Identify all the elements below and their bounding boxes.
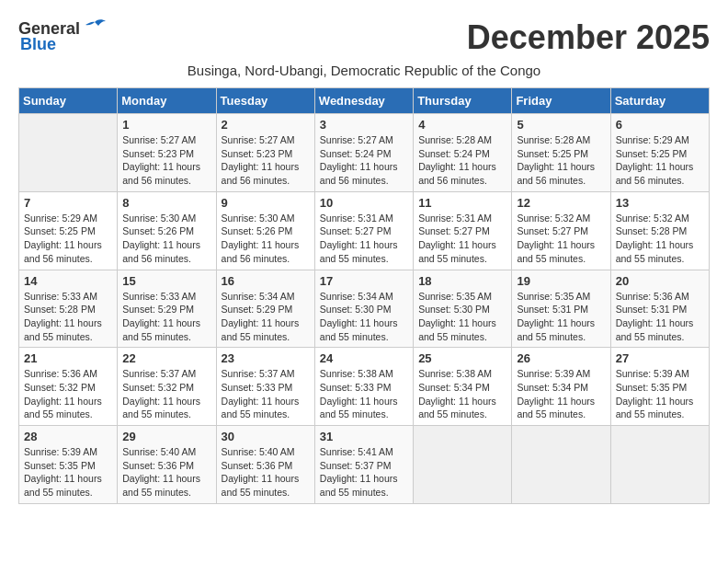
day-cell: 15Sunrise: 5:33 AMSunset: 5:29 PMDayligh… [118, 270, 216, 348]
day-info: Sunrise: 5:27 AMSunset: 5:23 PMDaylight:… [122, 133, 210, 188]
day-cell: 27Sunrise: 5:39 AMSunset: 5:35 PMDayligh… [610, 348, 709, 426]
column-header-friday: Friday [512, 88, 610, 114]
day-number: 6 [616, 118, 704, 132]
day-cell: 10Sunrise: 5:31 AMSunset: 5:27 PMDayligh… [314, 191, 413, 270]
day-number: 18 [418, 274, 506, 288]
day-cell: 29Sunrise: 5:40 AMSunset: 5:36 PMDayligh… [118, 426, 216, 504]
day-info: Sunrise: 5:39 AMSunset: 5:34 PMDaylight:… [517, 367, 605, 421]
day-cell: 31Sunrise: 5:41 AMSunset: 5:37 PMDayligh… [314, 426, 413, 504]
day-info: Sunrise: 5:38 AMSunset: 5:33 PMDaylight:… [320, 367, 408, 421]
day-number: 26 [517, 351, 605, 365]
day-number: 30 [222, 430, 310, 443]
day-number: 4 [418, 118, 506, 132]
day-cell: 12Sunrise: 5:32 AMSunset: 5:27 PMDayligh… [512, 191, 610, 270]
day-info: Sunrise: 5:37 AMSunset: 5:32 PMDaylight:… [122, 367, 210, 421]
week-row-1: 1Sunrise: 5:27 AMSunset: 5:23 PMDaylight… [19, 114, 710, 192]
day-number: 27 [616, 351, 704, 365]
day-info: Sunrise: 5:30 AMSunset: 5:26 PMDaylight:… [122, 212, 210, 266]
day-info: Sunrise: 5:38 AMSunset: 5:34 PMDaylight:… [418, 367, 506, 421]
day-info: Sunrise: 5:31 AMSunset: 5:27 PMDaylight:… [418, 212, 506, 266]
day-info: Sunrise: 5:29 AMSunset: 5:25 PMDaylight:… [24, 212, 112, 266]
day-number: 13 [616, 196, 704, 210]
day-info: Sunrise: 5:28 AMSunset: 5:25 PMDaylight:… [517, 133, 605, 188]
logo: General Blue [18, 18, 108, 54]
day-cell [414, 426, 512, 504]
column-header-saturday: Saturday [610, 88, 709, 114]
day-info: Sunrise: 5:34 AMSunset: 5:30 PMDaylight:… [320, 290, 408, 344]
day-number: 24 [320, 351, 408, 365]
day-number: 9 [222, 196, 310, 210]
day-number: 8 [122, 196, 210, 210]
day-cell: 25Sunrise: 5:38 AMSunset: 5:34 PMDayligh… [414, 348, 512, 426]
day-number: 31 [320, 430, 408, 443]
day-number: 10 [320, 196, 408, 210]
day-info: Sunrise: 5:30 AMSunset: 5:26 PMDaylight:… [222, 212, 310, 266]
day-cell: 30Sunrise: 5:40 AMSunset: 5:36 PMDayligh… [216, 426, 314, 504]
column-header-thursday: Thursday [414, 88, 512, 114]
column-header-sunday: Sunday [19, 88, 118, 114]
day-cell: 18Sunrise: 5:35 AMSunset: 5:30 PMDayligh… [414, 270, 512, 348]
day-info: Sunrise: 5:31 AMSunset: 5:27 PMDaylight:… [320, 212, 408, 266]
day-number: 12 [517, 196, 605, 210]
day-info: Sunrise: 5:33 AMSunset: 5:29 PMDaylight:… [122, 290, 210, 344]
day-info: Sunrise: 5:32 AMSunset: 5:28 PMDaylight:… [616, 212, 704, 266]
calendar-table: SundayMondayTuesdayWednesdayThursdayFrid… [18, 87, 710, 504]
day-info: Sunrise: 5:35 AMSunset: 5:30 PMDaylight:… [418, 290, 506, 344]
day-cell: 6Sunrise: 5:29 AMSunset: 5:25 PMDaylight… [610, 114, 709, 192]
day-info: Sunrise: 5:33 AMSunset: 5:28 PMDaylight:… [24, 290, 112, 344]
day-info: Sunrise: 5:27 AMSunset: 5:23 PMDaylight:… [222, 133, 310, 188]
day-cell: 1Sunrise: 5:27 AMSunset: 5:23 PMDaylight… [118, 114, 216, 192]
day-cell: 28Sunrise: 5:39 AMSunset: 5:35 PMDayligh… [19, 426, 118, 504]
week-row-3: 14Sunrise: 5:33 AMSunset: 5:28 PMDayligh… [19, 270, 710, 348]
day-cell: 26Sunrise: 5:39 AMSunset: 5:34 PMDayligh… [512, 348, 610, 426]
day-cell: 5Sunrise: 5:28 AMSunset: 5:25 PMDaylight… [512, 114, 610, 192]
day-number: 17 [320, 274, 408, 288]
day-number: 22 [122, 351, 210, 365]
day-cell: 20Sunrise: 5:36 AMSunset: 5:31 PMDayligh… [610, 270, 709, 348]
day-cell: 8Sunrise: 5:30 AMSunset: 5:26 PMDaylight… [118, 191, 216, 270]
column-header-wednesday: Wednesday [314, 88, 413, 114]
logo-bird-icon [82, 18, 108, 39]
week-row-5: 28Sunrise: 5:39 AMSunset: 5:35 PMDayligh… [19, 426, 710, 504]
day-number: 2 [222, 118, 310, 132]
day-number: 1 [122, 118, 210, 132]
week-row-2: 7Sunrise: 5:29 AMSunset: 5:25 PMDaylight… [19, 191, 710, 270]
day-info: Sunrise: 5:40 AMSunset: 5:36 PMDaylight:… [122, 445, 210, 500]
column-header-monday: Monday [118, 88, 216, 114]
day-number: 20 [616, 274, 704, 288]
day-info: Sunrise: 5:29 AMSunset: 5:25 PMDaylight:… [616, 133, 704, 188]
day-cell: 22Sunrise: 5:37 AMSunset: 5:32 PMDayligh… [118, 348, 216, 426]
day-cell: 9Sunrise: 5:30 AMSunset: 5:26 PMDaylight… [216, 191, 314, 270]
day-number: 5 [517, 118, 605, 132]
day-cell: 19Sunrise: 5:35 AMSunset: 5:31 PMDayligh… [512, 270, 610, 348]
subtitle: Businga, Nord-Ubangi, Democratic Republi… [18, 63, 710, 78]
header-row: SundayMondayTuesdayWednesdayThursdayFrid… [19, 88, 710, 114]
day-info: Sunrise: 5:36 AMSunset: 5:32 PMDaylight:… [24, 367, 112, 421]
month-title: December 2025 [467, 18, 710, 57]
day-cell: 4Sunrise: 5:28 AMSunset: 5:24 PMDaylight… [414, 114, 512, 192]
day-number: 15 [122, 274, 210, 288]
day-cell: 11Sunrise: 5:31 AMSunset: 5:27 PMDayligh… [414, 191, 512, 270]
day-cell [512, 426, 610, 504]
day-number: 14 [24, 274, 112, 288]
day-number: 3 [320, 118, 408, 132]
week-row-4: 21Sunrise: 5:36 AMSunset: 5:32 PMDayligh… [19, 348, 710, 426]
day-cell: 3Sunrise: 5:27 AMSunset: 5:24 PMDaylight… [314, 114, 413, 192]
day-number: 16 [222, 274, 310, 288]
day-number: 21 [24, 351, 112, 365]
day-number: 11 [418, 196, 506, 210]
day-number: 23 [222, 351, 310, 365]
day-info: Sunrise: 5:37 AMSunset: 5:33 PMDaylight:… [222, 367, 310, 421]
day-info: Sunrise: 5:40 AMSunset: 5:36 PMDaylight:… [222, 445, 310, 500]
day-cell: 7Sunrise: 5:29 AMSunset: 5:25 PMDaylight… [19, 191, 118, 270]
day-number: 25 [418, 351, 506, 365]
day-info: Sunrise: 5:35 AMSunset: 5:31 PMDaylight:… [517, 290, 605, 344]
day-cell: 14Sunrise: 5:33 AMSunset: 5:28 PMDayligh… [19, 270, 118, 348]
day-cell: 21Sunrise: 5:36 AMSunset: 5:32 PMDayligh… [19, 348, 118, 426]
logo-blue: Blue [18, 35, 56, 54]
day-info: Sunrise: 5:27 AMSunset: 5:24 PMDaylight:… [320, 133, 408, 188]
day-number: 19 [517, 274, 605, 288]
day-number: 29 [122, 430, 210, 443]
column-header-tuesday: Tuesday [216, 88, 314, 114]
day-number: 7 [24, 196, 112, 210]
